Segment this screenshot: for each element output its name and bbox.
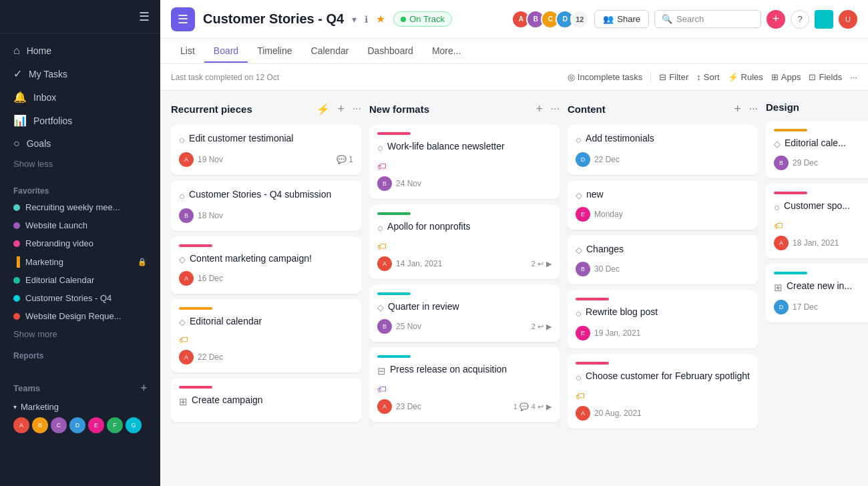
card-changes[interactable]: ◇ Changes B 30 Dec [568, 235, 758, 284]
card-footer: E 19 Jan, 2021 [576, 326, 750, 340]
column-more-button[interactable]: ··· [353, 103, 361, 115]
sidebar-item-rebranding[interactable]: Rebranding video [0, 234, 160, 252]
theme-color-box [815, 10, 833, 29]
column-more-button[interactable]: ··· [749, 103, 758, 115]
card-title-text: Create campaign [192, 394, 263, 407]
card-add-testimonials[interactable]: ○ Add testimonials D 22 Dec [568, 124, 758, 175]
sidebar-item-recruiting[interactable]: Recruiting weekly mee... [0, 198, 160, 216]
sidebar-item-inbox[interactable]: 🔔 Inbox [0, 85, 160, 109]
tab-calendar[interactable]: Calendar [302, 40, 359, 63]
filter-button[interactable]: ⊟ Filter [659, 72, 688, 82]
color-dot [13, 313, 20, 320]
column-add-button[interactable]: + [730, 101, 745, 116]
card-new-monday[interactable]: ◇ new E Monday [568, 180, 758, 230]
card-quarter-in-review[interactable]: ◇ Quarter in review B 25 Nov 2 ↩ ▶ [369, 284, 560, 342]
card-choose-customer[interactable]: ○ Choose customer for February spotlight… [568, 354, 758, 429]
card-title: ○ Edit customer testimonial [179, 132, 353, 147]
card-date: 22 Dec [198, 352, 223, 362]
share-button[interactable]: 👥 Share [594, 10, 649, 28]
tab-more[interactable]: More... [423, 40, 471, 63]
show-less-button[interactable]: Show less [0, 155, 160, 173]
card-title: ⊟ Press release on acquisition [377, 363, 552, 378]
title-chevron-icon[interactable]: ▾ [352, 14, 357, 25]
card-accent-bar [774, 192, 807, 194]
card-title-text: Choose customer for February spotlight [586, 370, 750, 383]
nav-tabs: List Board Timeline Calendar Dashboard M… [160, 39, 868, 64]
column-more-button[interactable]: ··· [551, 103, 560, 115]
card-title-text: Edit customer testimonial [189, 132, 293, 146]
avatar: E [88, 417, 104, 433]
sidebar-item-editorial[interactable]: Editorial Calendar [0, 271, 160, 289]
sidebar: ☰ ⌂ Home ✓ My Tasks 🔔 Inbox 📊 Portfolios… [0, 0, 160, 486]
card-customer-spo[interactable]: ○ Customer spo... 🏷 A 18 Jan, 2021 [766, 184, 868, 258]
sort-button[interactable]: ↕ Sort [696, 72, 719, 82]
card-accent-bar [179, 244, 212, 247]
rules-icon: ⚡ [728, 72, 738, 82]
card-apollo-nonprofits[interactable]: ○ Apollo for nonprofits 🏷 A 14 Jan, 2021… [369, 204, 560, 279]
subtask-count: 2 ↩ [531, 322, 544, 331]
card-work-life-balance[interactable]: ○ Work-life balance newsletter 🏷 B 24 No… [369, 124, 560, 199]
add-button[interactable]: + [767, 10, 785, 29]
status-badge: On Track [393, 11, 452, 27]
show-more-button[interactable]: Show more [0, 325, 160, 343]
sidebar-item-my-tasks[interactable]: ✓ My Tasks [0, 62, 160, 85]
status-dot [401, 17, 406, 22]
search-box[interactable]: 🔍 Search [654, 10, 761, 28]
card-editorial-calendar[interactable]: ◇ Editorial calendar 🏷 A 22 Dec [171, 299, 361, 373]
card-meta: B 25 Nov [377, 319, 421, 334]
card-edit-customer-testimonial[interactable]: ○ Edit customer testimonial A 19 Nov 💬 1 [171, 124, 361, 175]
star-icon[interactable]: ★ [376, 13, 385, 25]
status-label: On Track [409, 14, 445, 24]
lock-icon: 🔒 [138, 258, 147, 266]
sidebar-item-website-design[interactable]: Website Design Reque... [0, 307, 160, 325]
card-title-text: Rewrite blog post [586, 306, 658, 319]
fields-button[interactable]: ⊡ Fields [809, 72, 842, 82]
card-press-release[interactable]: ⊟ Press release on acquisition 🏷 A 23 De… [369, 347, 560, 422]
more-options-button[interactable]: ··· [850, 72, 857, 82]
reports-section-label: Reports [0, 343, 160, 363]
avatar: B [32, 417, 48, 433]
card-title: ◇ Editorial cale... [774, 137, 868, 150]
comment-icon: 💬 [337, 155, 347, 164]
card-create-campaign[interactable]: ⊞ Create campaign [171, 378, 361, 422]
sidebar-item-home[interactable]: ⌂ Home [0, 39, 160, 62]
add-team-button[interactable]: + [141, 382, 147, 394]
apps-button[interactable]: ⊞ Apps [771, 72, 801, 82]
favorites-section-label: Favorites [0, 178, 160, 198]
tab-dashboard[interactable]: Dashboard [358, 40, 423, 63]
help-button[interactable]: ? [791, 10, 809, 29]
user-avatar[interactable]: U [839, 10, 857, 29]
card-title-text: Editorial cale... [785, 137, 846, 150]
column-add-button[interactable]: + [532, 101, 547, 116]
sidebar-item-portfolios[interactable]: 📊 Portfolios [0, 109, 160, 132]
rules-button[interactable]: ⚡ Rules [728, 72, 763, 82]
last-task-label: Last task completed on 12 Oct [171, 73, 279, 82]
card-actions: 2 ↩ ▶ [531, 322, 552, 331]
tab-timeline[interactable]: Timeline [248, 40, 301, 63]
card-avatar: A [377, 399, 392, 414]
sidebar-item-goals[interactable]: ○ Goals [0, 132, 160, 155]
tab-list[interactable]: List [171, 40, 204, 63]
card-title-text: Editorial calendar [190, 315, 262, 328]
color-dot [13, 240, 20, 247]
card-meta: B 29 Dec [774, 156, 818, 170]
card-avatar: A [179, 350, 194, 364]
info-icon[interactable]: ℹ [365, 14, 368, 25]
check-circle-icon: ✓ [13, 67, 22, 80]
sort-icon: ↕ [696, 72, 701, 82]
incomplete-tasks-button[interactable]: ◎ Incomplete tasks [568, 72, 643, 82]
column-header-content: Content + ··· [568, 99, 758, 119]
card-rewrite-blog-post[interactable]: ○ Rewrite blog post E 19 Jan, 2021 [568, 290, 758, 348]
sidebar-item-website-launch[interactable]: Website Launch [0, 216, 160, 234]
card-editorial-cale[interactable]: ◇ Editorial cale... B 29 Dec [766, 121, 868, 178]
sidebar-item-customer-stories[interactable]: Customer Stories - Q4 [0, 289, 160, 307]
card-create-new-in[interactable]: ⊞ Create new in... D 17 Dec [766, 264, 868, 322]
sidebar-item-marketing-team[interactable]: ▾ Marketing [0, 399, 160, 415]
tab-board[interactable]: Board [204, 40, 248, 63]
menu-toggle-icon[interactable]: ☰ [139, 9, 150, 24]
avatar: F [107, 417, 123, 433]
card-customer-stories-submission[interactable]: ○ Customer Stories - Q4 submission B 18 … [171, 180, 361, 231]
sidebar-item-marketing[interactable]: ▐ Marketing 🔒 [0, 252, 160, 271]
card-content-marketing[interactable]: ◇ Content marketing campaign! A 16 Dec [171, 236, 361, 294]
column-add-button[interactable]: + [334, 101, 349, 116]
